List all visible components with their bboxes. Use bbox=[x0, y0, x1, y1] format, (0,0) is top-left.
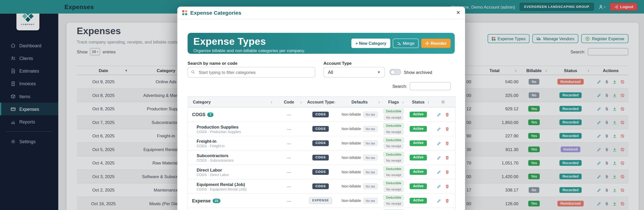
sort-icon: ▲▼ bbox=[334, 100, 336, 104]
delete-category-icon[interactable] bbox=[445, 155, 449, 160]
edit-category-icon[interactable] bbox=[437, 141, 441, 145]
category-table-row: Production Supplies COGS · Production Su… bbox=[188, 122, 455, 136]
category-search bbox=[188, 67, 315, 77]
category-code: — bbox=[274, 165, 304, 179]
column-header-defaults[interactable]: Defaults ▲▼ bbox=[337, 97, 382, 107]
category-code: — bbox=[274, 136, 304, 150]
edit-category-icon[interactable] bbox=[437, 112, 441, 117]
status-badge: Active bbox=[410, 140, 427, 146]
category-code: — bbox=[274, 151, 304, 164]
category-path: COGS · Production Supplies bbox=[197, 130, 241, 134]
edit-category-icon[interactable] bbox=[437, 127, 441, 131]
deductible-badge: Deductible bbox=[383, 181, 404, 186]
column-header-settings[interactable] bbox=[431, 97, 455, 107]
edit-category-icon[interactable] bbox=[437, 198, 441, 203]
reorder-button[interactable]: Reorder bbox=[421, 38, 451, 48]
category-table-search-input[interactable] bbox=[410, 82, 451, 90]
edit-category-icon[interactable] bbox=[437, 155, 441, 160]
category-code: — bbox=[274, 108, 304, 121]
billable-default: Non-billable bbox=[342, 184, 361, 188]
search-icon bbox=[191, 70, 195, 74]
tax-default-badge: No tax bbox=[363, 140, 378, 146]
account-type-badge: COGS bbox=[313, 169, 329, 175]
sort-icon: ▲▼ bbox=[378, 100, 380, 104]
receipt-flag-badge: No receipt bbox=[384, 172, 404, 178]
status-badge: Active bbox=[410, 126, 427, 132]
category-name: Subcontractors bbox=[197, 153, 228, 158]
status-badge: Active bbox=[410, 183, 427, 189]
edit-category-icon[interactable] bbox=[437, 170, 441, 174]
billable-default: Non-billable bbox=[342, 170, 361, 174]
category-table-row: COGS 7 — COGS Non-billable No tax Deduct… bbox=[188, 108, 455, 122]
modal-title: Expense Categories bbox=[190, 10, 241, 16]
billable-default: Non-billable bbox=[342, 199, 361, 203]
close-icon[interactable]: × bbox=[456, 9, 460, 16]
billable-default: Non-billable bbox=[342, 112, 361, 116]
column-header-flags[interactable]: Flags ▲▼ bbox=[382, 97, 406, 107]
category-path: COGS · Equipment Rental (Job) bbox=[197, 187, 247, 191]
delete-category-icon[interactable] bbox=[445, 184, 449, 188]
deductible-badge: Deductible bbox=[383, 166, 404, 172]
categories-table-header: Category ▲▼ Code ▲▼ Account Type ▲▼ Defa… bbox=[188, 96, 455, 108]
delete-category-icon[interactable] bbox=[445, 141, 449, 145]
subcategory-count-badge: 7 bbox=[207, 112, 213, 117]
category-name: Direct Labor bbox=[197, 167, 222, 172]
category-code: — bbox=[274, 208, 304, 210]
column-header-status[interactable]: Status ▲▼ bbox=[406, 97, 431, 107]
category-code: — bbox=[274, 179, 304, 193]
show-archived-label: Show archived bbox=[404, 70, 432, 74]
deductible-badge: Deductible bbox=[383, 195, 404, 200]
billable-default: Non-billable bbox=[342, 156, 361, 160]
categories-table: Category ▲▼ Code ▲▼ Account Type ▲▼ Defa… bbox=[188, 96, 455, 210]
account-type-badge: COGS bbox=[313, 140, 329, 146]
edit-category-icon[interactable] bbox=[437, 184, 441, 188]
show-archived-control: Show archived bbox=[389, 69, 432, 75]
category-path: COGS · Subcontractors bbox=[197, 158, 234, 162]
category-table-row: Equipment Rental (Job) COGS · Equipment … bbox=[188, 179, 455, 194]
delete-category-icon[interactable] bbox=[445, 170, 449, 174]
sort-icon: ▲▼ bbox=[427, 100, 429, 104]
category-search-input[interactable] bbox=[188, 67, 315, 77]
deductible-badge: Deductible bbox=[383, 109, 404, 114]
receipt-flag-badge: No receipt bbox=[384, 201, 404, 206]
merge-button[interactable]: Merge bbox=[393, 38, 419, 48]
category-name: Freight-in bbox=[197, 138, 217, 143]
category-search-label: Search by name or code bbox=[188, 61, 237, 66]
receipt-flag-badge: No receipt bbox=[384, 158, 404, 163]
receipt-flag-badge: No receipt bbox=[384, 144, 404, 149]
chevron-down-icon: ▼ bbox=[377, 70, 381, 74]
sort-icon: ▲▼ bbox=[402, 100, 404, 104]
account-type-badge: COGS bbox=[313, 126, 329, 132]
category-table-search: Search: bbox=[392, 82, 451, 90]
move-arrows-icon bbox=[425, 41, 429, 45]
column-header-category[interactable]: Category ▲▼ bbox=[188, 97, 274, 107]
receipt-flag-badge: No receipt bbox=[384, 187, 404, 192]
delete-category-icon[interactable] bbox=[445, 198, 449, 203]
account-type-select[interactable]: All ▼ bbox=[323, 67, 385, 77]
delete-category-icon[interactable] bbox=[445, 127, 449, 131]
account-type-badge: COGS bbox=[313, 183, 329, 189]
account-type-badge: COGS bbox=[313, 112, 329, 117]
column-header-account-type[interactable]: Account Type ▲▼ bbox=[304, 97, 337, 107]
column-header-code[interactable]: Code ▲▼ bbox=[274, 97, 304, 107]
category-rows: COGS 7 — COGS Non-billable No tax Deduct… bbox=[188, 108, 455, 210]
category-table-row: Advertising & Marketing 3 — EXPENSE Non-… bbox=[188, 208, 455, 210]
deductible-badge: Deductible bbox=[383, 137, 404, 143]
tax-default-badge: No tax bbox=[363, 155, 378, 161]
receipt-flag-badge: No receipt bbox=[384, 115, 404, 120]
new-category-button[interactable]: + New Category bbox=[351, 38, 390, 48]
account-type-label: Account Type bbox=[323, 61, 351, 66]
receipt-flag-badge: No receipt bbox=[384, 129, 404, 135]
deductible-badge: Deductible bbox=[383, 152, 404, 157]
expense-types-banner: Expense Types Organize billable and non-… bbox=[188, 33, 455, 54]
category-path: COGS · Direct Labor bbox=[197, 173, 229, 177]
categories-icon bbox=[182, 10, 187, 15]
status-badge: Active bbox=[410, 155, 427, 160]
show-archived-toggle[interactable] bbox=[389, 69, 401, 75]
category-code: — bbox=[274, 122, 304, 136]
subcategory-count-badge: 21 bbox=[213, 198, 221, 203]
expense-categories-modal: Expense Categories × Expense Types Organ… bbox=[177, 7, 465, 210]
tax-default-badge: No tax bbox=[363, 183, 378, 189]
delete-category-icon[interactable] bbox=[445, 112, 449, 117]
gear-icon bbox=[441, 100, 445, 104]
